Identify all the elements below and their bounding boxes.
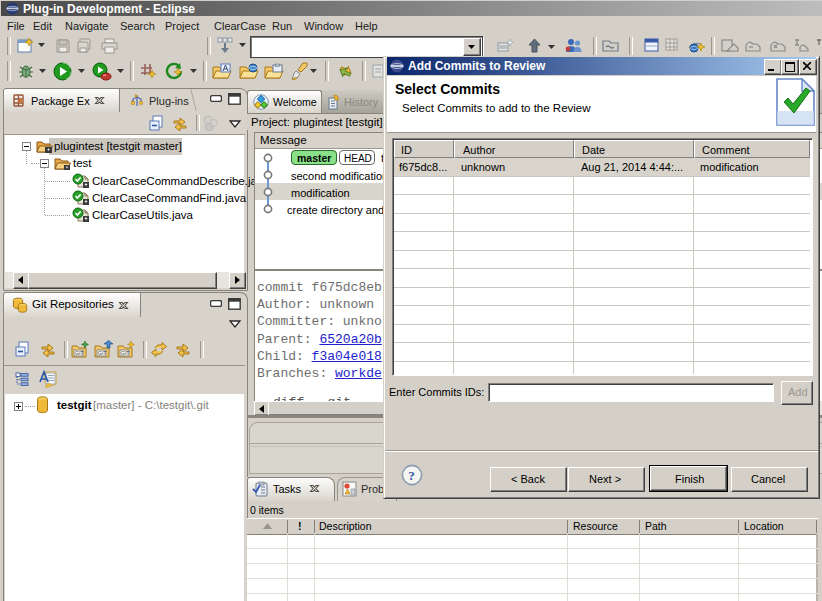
svg-text:GIT: GIT bbox=[98, 350, 106, 356]
svg-text:GIT: GIT bbox=[75, 350, 83, 356]
svg-text:GIT: GIT bbox=[121, 350, 129, 356]
svg-text:?: ? bbox=[408, 468, 415, 483]
